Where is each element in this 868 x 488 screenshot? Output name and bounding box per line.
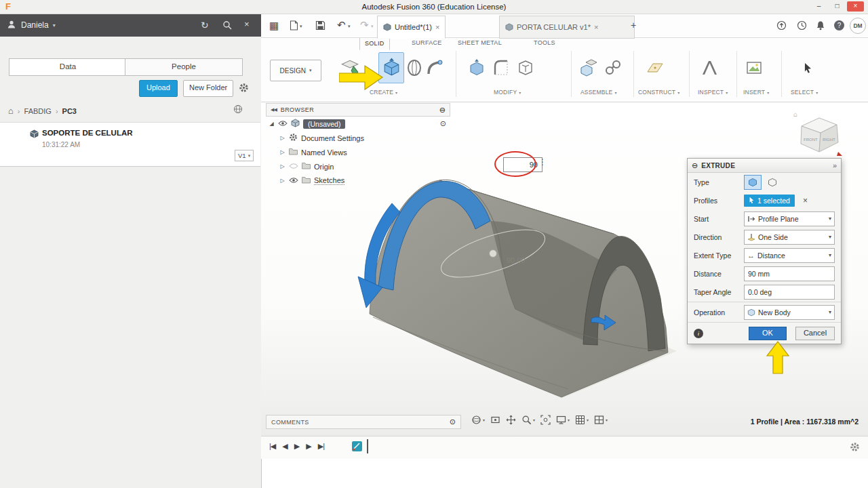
design-workspace-dropdown[interactable]: DESIGN ▾ xyxy=(270,60,321,81)
type-extrude-thin-icon[interactable] xyxy=(764,176,781,189)
pan-icon[interactable] xyxy=(506,415,516,425)
maximize-button[interactable]: □ xyxy=(829,1,846,12)
create-group-label[interactable]: CREATE ▾ xyxy=(370,89,397,96)
browser-display-toggle-icon[interactable]: ⊖ xyxy=(439,106,446,115)
fit-icon[interactable] xyxy=(540,415,551,425)
browser-collapse-icon[interactable]: ◀◀ xyxy=(271,107,277,113)
activate-radio-icon[interactable]: ⊙ xyxy=(440,119,446,128)
taper-angle-input[interactable]: 0.0 deg xyxy=(744,285,835,300)
close-data-panel-icon[interactable]: × xyxy=(244,19,250,29)
tree-item-origin[interactable]: ▷ Origin xyxy=(266,159,450,174)
help-icon[interactable]: ? xyxy=(834,20,844,30)
job-status-icon[interactable] xyxy=(776,20,787,33)
new-tab-button[interactable]: + xyxy=(631,20,636,30)
ok-button[interactable]: OK xyxy=(749,327,787,340)
select-cursor-icon[interactable] xyxy=(799,55,816,81)
fillet-icon[interactable] xyxy=(491,55,511,81)
comments-toggle-icon[interactable]: ⊙ xyxy=(450,418,456,426)
data-settings-gear-icon[interactable] xyxy=(239,83,249,95)
user-name[interactable]: Daniela xyxy=(21,20,49,30)
close-button[interactable]: × xyxy=(847,1,864,12)
doc-tab-active[interactable]: Untitled*(1) × xyxy=(377,16,446,39)
modify-group-label[interactable]: MODIFY ▾ xyxy=(494,89,521,96)
grid-settings-icon[interactable]: ▾ xyxy=(575,415,589,425)
upload-button[interactable]: Upload xyxy=(139,80,178,97)
profiles-selected-chip[interactable]: 1 selected xyxy=(744,195,795,207)
file-menu-icon[interactable] xyxy=(290,20,298,33)
undo-dropdown-icon[interactable]: ▾ xyxy=(348,24,351,29)
file-menu-dropdown-icon[interactable]: ▾ xyxy=(300,24,302,29)
create-sketch-icon[interactable] xyxy=(338,54,362,82)
timeline-sketch-feature-icon[interactable] xyxy=(351,441,363,454)
measure-icon[interactable] xyxy=(699,55,719,81)
info-icon[interactable]: i xyxy=(694,329,703,338)
dimension-options-kebab-icon[interactable]: ⋮ xyxy=(538,157,547,167)
extrude-icon[interactable] xyxy=(378,52,404,83)
tree-item-sketches[interactable]: ▷ Sketches xyxy=(266,174,450,188)
recent-clock-icon[interactable] xyxy=(797,20,807,33)
new-component-icon[interactable] xyxy=(578,55,599,81)
start-select[interactable]: Profile Plane ▾ xyxy=(744,211,835,226)
app-menu-grid-icon[interactable]: ▦ xyxy=(269,20,279,30)
file-card[interactable]: SOPORTE DE CELULAR 10:31:22 AM V1 ▾ xyxy=(0,122,260,167)
tab-people[interactable]: People xyxy=(125,58,243,76)
dialog-collapse-icon[interactable]: ⊖ xyxy=(692,161,698,170)
search-icon[interactable] xyxy=(222,20,232,32)
notification-bell-icon[interactable] xyxy=(816,20,825,33)
comments-bar[interactable]: COMMENTS ⊙ xyxy=(266,415,461,429)
insert-image-icon[interactable] xyxy=(744,55,764,81)
construct-plane-icon[interactable] xyxy=(642,55,665,81)
timeline-skip-end-button[interactable]: ▶| xyxy=(318,442,324,451)
new-folder-button[interactable]: New Folder xyxy=(183,80,233,97)
save-icon[interactable] xyxy=(315,20,326,33)
view-cube[interactable]: ⌂ FRONT RIGHT xyxy=(792,107,844,160)
visibility-eye-icon[interactable] xyxy=(278,120,288,128)
type-extrude-solid-icon[interactable] xyxy=(744,175,762,190)
inspect-group-label[interactable]: INSPECT ▾ xyxy=(698,89,728,96)
version-dropdown[interactable]: V1 ▾ xyxy=(235,150,254,161)
operation-select[interactable]: New Body ▾ xyxy=(744,305,835,320)
visibility-eye-off-icon[interactable] xyxy=(289,163,298,171)
distance-dimension-input[interactable]: 90 xyxy=(503,157,542,172)
sync-status-icon[interactable] xyxy=(233,104,243,116)
press-pull-icon[interactable] xyxy=(467,55,487,81)
shell-icon[interactable] xyxy=(515,55,536,81)
home-icon[interactable]: ⌂ xyxy=(8,106,14,116)
timeline-step-back-button[interactable]: ◀ xyxy=(282,442,287,451)
redo-icon[interactable]: ↷ xyxy=(360,20,369,30)
redo-dropdown-icon[interactable]: ▾ xyxy=(371,24,374,29)
tab-solid[interactable]: SOLID xyxy=(359,37,390,50)
viewports-icon[interactable]: ▾ xyxy=(594,415,608,425)
zoom-icon[interactable]: ▾ xyxy=(521,415,535,425)
display-settings-icon[interactable]: ▾ xyxy=(556,415,570,425)
expanded-icon[interactable]: ◢ xyxy=(269,121,275,127)
sweep-icon[interactable] xyxy=(425,57,444,79)
cancel-button[interactable]: Cancel xyxy=(795,327,835,340)
user-dropdown-icon[interactable]: ▾ xyxy=(53,22,56,28)
tab-surface[interactable]: SURFACE xyxy=(407,37,447,49)
tree-item-named-views[interactable]: ▷ Named Views xyxy=(266,145,450,159)
refresh-icon[interactable]: ↻ xyxy=(201,20,209,30)
tab-sheet-metal[interactable]: SHEET METAL xyxy=(453,37,507,49)
joint-icon[interactable] xyxy=(603,55,623,81)
assemble-group-label[interactable]: ASSEMBLE ▾ xyxy=(580,89,616,96)
dialog-dock-icon[interactable]: » xyxy=(833,161,837,169)
direction-select[interactable]: One Side ▾ xyxy=(744,230,835,245)
root-document-name[interactable]: (Unsaved) xyxy=(303,119,345,129)
timeline-skip-start-button[interactable]: |◀ xyxy=(269,442,275,451)
minimize-button[interactable]: – xyxy=(810,1,827,12)
avatar[interactable]: DM xyxy=(850,18,866,34)
look-at-icon[interactable] xyxy=(490,415,500,425)
distance-input[interactable]: 90 mm xyxy=(744,266,835,281)
model-3d[interactable] xyxy=(353,155,692,405)
doc-tab-close-icon[interactable]: × xyxy=(435,23,439,31)
timeline-gear-icon[interactable] xyxy=(850,442,860,454)
timeline-step-forward-button[interactable]: ▶ xyxy=(306,442,311,451)
doc-tab-inactive[interactable]: PORTA CELULAR v1* × xyxy=(499,16,635,39)
clear-selection-icon[interactable]: × xyxy=(803,196,808,205)
timeline-playhead[interactable] xyxy=(367,439,368,453)
orbit-icon[interactable]: ▾ xyxy=(471,415,485,425)
browser-root-row[interactable]: ◢ (Unsaved) ⊙ xyxy=(266,117,450,131)
timeline-play-button[interactable]: ▶ xyxy=(294,442,299,451)
tab-data[interactable]: Data xyxy=(9,58,127,76)
